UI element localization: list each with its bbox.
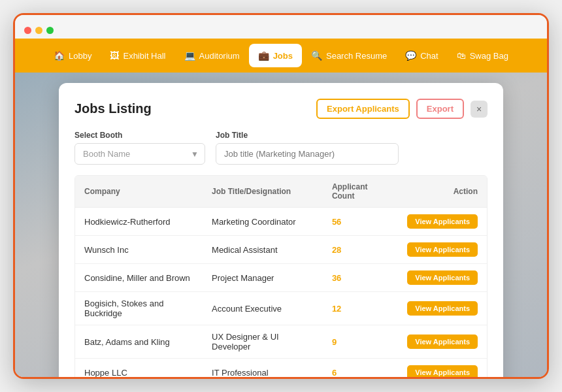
export-button[interactable]: Export [416,99,464,119]
view-applicants-button[interactable]: View Applicants [407,242,478,257]
jobs-icon: 💼 [258,50,269,61]
cell-action: View Applicants [398,292,487,325]
cell-applicant-count: 9 [323,325,398,359]
cell-applicant-count: 6 [323,359,398,378]
cell-job-title: UX Designer & UI Developer [203,325,323,359]
nav-item-swag-bag[interactable]: 🛍 Swag Bag [448,44,518,67]
search-icon: 🔍 [311,50,322,61]
cell-applicant-count: 56 [323,208,398,236]
nav-bar: 🏠 Lobby 🖼 Exhibit Hall 💻 Auditorium 💼 Jo… [15,39,547,73]
table-row: Bogisich, Stokes and Buckridge Account E… [75,292,487,325]
traffic-light-yellow[interactable] [35,27,42,34]
nav-label-exhibit-hall: Exhibit Hall [123,51,165,61]
nav-item-jobs[interactable]: 💼 Jobs [249,44,302,67]
table-row: Hoppe LLC IT Professional 6 View Applica… [75,359,487,378]
content-area: Jobs Listing Export Applicants Export × … [15,73,547,377]
nav-label-jobs: Jobs [273,51,293,61]
col-applicant-count: Applicant Count [323,176,398,208]
nav-label-lobby: Lobby [69,51,91,61]
cell-applicant-count: 12 [323,292,398,325]
close-button[interactable]: × [471,101,488,118]
cell-company: Batz, Adams and Kling [75,325,203,359]
cell-applicant-count: 36 [323,264,398,292]
job-title-input[interactable] [216,143,399,165]
cell-job-title: Medical Assistant [203,236,323,264]
booth-filter-label: Select Booth [74,131,205,140]
view-applicants-button[interactable]: View Applicants [407,365,478,377]
view-applicants-button[interactable]: View Applicants [407,214,478,229]
cell-job-title: IT Professional [203,359,323,378]
modal-actions: Export Applicants Export × [316,99,488,119]
swag-bag-icon: 🛍 [457,50,466,61]
view-applicants-button[interactable]: View Applicants [407,335,478,349]
cell-company: Wunsch Inc [75,236,203,264]
cell-applicant-count: 28 [323,236,398,264]
nav-item-chat[interactable]: 💬 Chat [396,44,447,67]
booth-select-wrapper: Booth Name ▼ [74,143,205,165]
cell-company: Hodkiewicz-Rutherford [75,208,203,236]
nav-label-chat: Chat [420,51,438,61]
col-action: Action [398,176,487,208]
booth-filter-group: Select Booth Booth Name ▼ [74,131,205,165]
table-row: Batz, Adams and Kling UX Designer & UI D… [75,325,487,359]
table-header: Company Job Title/Designation Applicant … [75,176,487,208]
view-applicants-button[interactable]: View Applicants [407,270,478,285]
booth-select[interactable]: Booth Name [74,143,205,165]
cell-action: View Applicants [398,236,487,264]
nav-item-lobby[interactable]: 🏠 Lobby [44,44,101,67]
view-applicants-button[interactable]: View Applicants [407,301,478,316]
auditorium-icon: 💻 [184,50,195,61]
nav-item-auditorium[interactable]: 💻 Auditorium [175,44,249,67]
cell-job-title: Marketing Coordinator [203,208,323,236]
chat-icon: 💬 [405,50,416,61]
cell-company: Considine, Miller and Brown [75,264,203,292]
exhibit-icon: 🖼 [110,50,119,61]
job-title-filter-group: Job Title [216,131,399,165]
table-row: Wunsch Inc Medical Assistant 28 View App… [75,236,487,264]
traffic-light-red[interactable] [24,27,31,34]
jobs-table: Company Job Title/Designation Applicant … [75,176,487,377]
cell-action: View Applicants [398,264,487,292]
nav-item-search-resume[interactable]: 🔍 Search Resume [302,44,396,67]
col-company: Company [75,176,203,208]
traffic-light-green[interactable] [46,27,54,34]
nav-label-auditorium: Auditorium [199,51,240,61]
nav-label-swag-bag: Swag Bag [470,51,508,61]
home-icon: 🏠 [54,50,65,61]
modal-header: Jobs Listing Export Applicants Export × [74,99,488,119]
col-job-title: Job Title/Designation [203,176,323,208]
browser-window: 🏠 Lobby 🖼 Exhibit Hall 💻 Auditorium 💼 Jo… [13,13,549,379]
cell-action: View Applicants [398,325,487,359]
jobs-listing-modal: Jobs Listing Export Applicants Export × … [59,83,503,377]
nav-label-search-resume: Search Resume [326,51,387,61]
cell-job-title: Project Manager [203,264,323,292]
modal-title: Jobs Listing [74,101,152,116]
table-row: Hodkiewicz-Rutherford Marketing Coordina… [75,208,487,236]
cell-company: Hoppe LLC [75,359,203,378]
browser-chrome [15,15,547,39]
filter-row: Select Booth Booth Name ▼ Job Title [74,131,488,165]
cell-action: View Applicants [398,359,487,378]
export-applicants-button[interactable]: Export Applicants [316,99,410,119]
cell-company: Bogisich, Stokes and Buckridge [75,292,203,325]
cell-action: View Applicants [398,208,487,236]
table-body: Hodkiewicz-Rutherford Marketing Coordina… [75,208,487,378]
jobs-table-wrapper: Company Job Title/Designation Applicant … [74,175,488,377]
job-title-filter-label: Job Title [216,131,399,140]
nav-item-exhibit-hall[interactable]: 🖼 Exhibit Hall [101,44,174,67]
table-row: Considine, Miller and Brown Project Mana… [75,264,487,292]
cell-job-title: Account Executive [203,292,323,325]
